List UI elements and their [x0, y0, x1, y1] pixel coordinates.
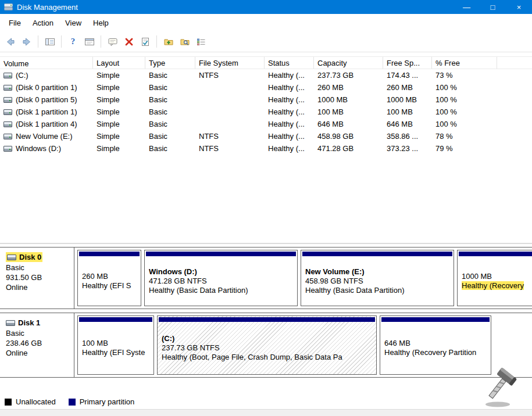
cell-capacity: 458.98 GB: [314, 132, 383, 141]
partition-c-selected[interactable]: (C:) 237.73 GB NTFS Healthy (Boot, Page …: [157, 315, 377, 375]
menu-file[interactable]: File: [3, 16, 27, 30]
cell-capacity: 100 MB: [314, 107, 383, 116]
cell-status: Healthy (...: [265, 71, 314, 80]
table-row[interactable]: (Disk 0 partition 1) Simple Basic Health…: [0, 81, 532, 94]
disk-0-highlight: Disk 0: [6, 252, 42, 262]
volume-icon: [3, 97, 12, 103]
partition-color-strip: [159, 317, 375, 322]
forward-icon[interactable]: [19, 34, 34, 49]
cell-status: Healthy (...: [265, 95, 314, 104]
table-row[interactable]: Windows (D:) Simple Basic NTFS Healthy (…: [0, 142, 532, 155]
disk-management-app-icon: [4, 3, 13, 11]
close-button[interactable]: ×: [506, 0, 532, 14]
partition-color-strip: [146, 252, 296, 256]
column-header-volume[interactable]: Volume: [0, 57, 93, 69]
action-pane-icon[interactable]: [105, 34, 120, 49]
cell-free-space: 174.43 ...: [383, 71, 432, 80]
back-icon[interactable]: [3, 34, 17, 49]
window-title: Disk Management: [17, 3, 78, 12]
disk-name: Disk 0: [19, 252, 41, 262]
check-document-icon[interactable]: [138, 34, 152, 49]
cell-percent-free: 78 %: [432, 132, 497, 141]
column-header-file-system[interactable]: File System: [195, 57, 265, 69]
partition-status-highlighted: Healthy (Recovery: [462, 281, 524, 290]
partition-disk0-recovery[interactable]: 1000 MB Healthy (Recovery: [457, 250, 532, 306]
disk-type: Basic: [6, 328, 70, 338]
cell-capacity: 237.73 GB: [314, 71, 383, 80]
menu-action[interactable]: Action: [27, 16, 59, 30]
partition-status: Healthy (Recovery Partition: [384, 348, 487, 357]
folder-up-icon[interactable]: [161, 34, 176, 49]
partition-color-strip: [302, 252, 452, 256]
partition-size: 458.98 GB NTFS: [305, 277, 449, 286]
cell-volume: (Disk 1 partition 4): [0, 120, 93, 128]
volume-icon: [3, 73, 12, 78]
cell-layout: Simple: [93, 120, 145, 128]
legend-unallocated-label: Unallocated: [16, 397, 56, 406]
cell-percent-free: 100 %: [432, 120, 497, 128]
menubar: File Action View Help: [0, 14, 532, 31]
column-header-status[interactable]: Status: [265, 57, 314, 69]
partition-disk1-recovery[interactable]: 646 MB Healthy (Recovery Partition: [380, 315, 491, 375]
table-row[interactable]: (Disk 1 partition 4) Simple Basic Health…: [0, 118, 532, 130]
cell-percent-free: 100 %: [432, 107, 497, 116]
column-header-percent-free[interactable]: % Free: [432, 57, 497, 69]
console-window-icon[interactable]: [82, 34, 97, 49]
menu-view[interactable]: View: [59, 16, 87, 30]
legend: Unallocated Primary partition: [0, 397, 532, 406]
disk-size: 238.46 GB: [6, 338, 70, 348]
toolbar-separator: [38, 35, 38, 48]
minimize-button[interactable]: —: [454, 0, 480, 14]
column-header-type[interactable]: Type: [145, 57, 195, 69]
folder-explore-icon[interactable]: [177, 34, 192, 49]
column-header-filler: [497, 57, 532, 69]
partition-status: Healthy (EFI Syste: [82, 348, 149, 357]
table-row[interactable]: (C:) Simple Basic NTFS Healthy (... 237.…: [0, 69, 532, 81]
cell-free-space: 260 MB: [383, 83, 432, 92]
partition-name: Windows (D:): [149, 267, 293, 277]
volume-icon: [3, 109, 12, 115]
partition-disk0-efi[interactable]: 260 MB Healthy (EFI S: [77, 250, 141, 306]
cell-type: Basic: [145, 144, 195, 153]
disk-1-header[interactable]: Disk 1 Basic 238.46 GB Online: [0, 313, 74, 377]
partition-windows-d[interactable]: Windows (D:) 471.28 GB NTFS Healthy (Bas…: [144, 250, 298, 306]
cell-type: Basic: [145, 107, 195, 116]
disk-status: Online: [6, 282, 70, 292]
partition-color-strip: [381, 317, 490, 322]
cell-capacity: 260 MB: [314, 83, 383, 92]
disk-0-header[interactable]: Disk 0 Basic 931.50 GB Online: [0, 248, 74, 309]
toolbar: ?: [0, 31, 532, 52]
column-header-layout[interactable]: Layout: [93, 57, 145, 69]
column-header-capacity[interactable]: Capacity: [314, 57, 383, 69]
volume-icon: [3, 85, 12, 91]
volume-icon: [3, 121, 12, 127]
partition-color-strip: [459, 252, 532, 256]
cell-volume: (Disk 0 partition 5): [0, 95, 93, 104]
cell-free-space: 1000 MB: [383, 95, 432, 104]
statusbar: [0, 409, 532, 416]
table-row[interactable]: (Disk 1 partition 1) Simple Basic Health…: [0, 106, 532, 118]
properties-icon[interactable]: [194, 34, 208, 49]
graphical-view: Disk 0 Basic 931.50 GB Online 260 MB Hea…: [0, 244, 532, 378]
cell-volume: New Volume (E:): [0, 132, 93, 141]
partition-name: (C:): [162, 334, 372, 343]
maximize-button[interactable]: □: [480, 0, 506, 14]
cell-free-space: 646 MB: [383, 120, 432, 128]
table-row[interactable]: New Volume (E:) Simple Basic NTFS Health…: [0, 130, 532, 142]
cell-layout: Simple: [93, 95, 145, 104]
partition-color-strip: [79, 317, 152, 322]
cell-volume: (Disk 1 partition 1): [0, 107, 93, 116]
disk-icon: [7, 254, 16, 260]
cell-type: Basic: [145, 71, 195, 80]
partition-color-strip: [79, 252, 140, 256]
disk-1-row: Disk 1 Basic 238.46 GB Online 100 MB Hea…: [0, 313, 532, 378]
partition-size: 260 MB: [82, 272, 137, 281]
delete-volume-icon[interactable]: [122, 34, 136, 49]
help-icon[interactable]: ?: [66, 34, 80, 49]
partition-disk1-efi[interactable]: 100 MB Healthy (EFI Syste: [77, 315, 154, 375]
console-tree-icon[interactable]: [42, 34, 57, 49]
column-header-free-space[interactable]: Free Sp...: [383, 57, 432, 69]
table-row[interactable]: (Disk 0 partition 5) Simple Basic Health…: [0, 94, 532, 106]
partition-new-volume-e[interactable]: New Volume (E:) 458.98 GB NTFS Healthy (…: [301, 250, 454, 306]
menu-help[interactable]: Help: [87, 16, 115, 30]
